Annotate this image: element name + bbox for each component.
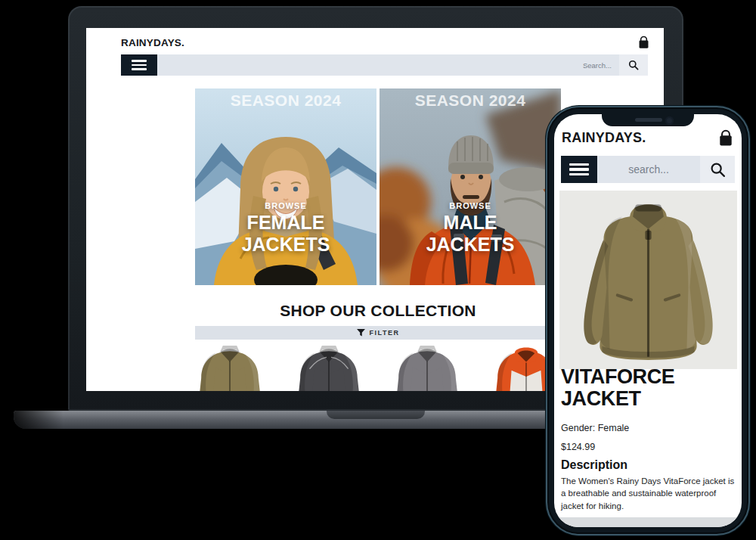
product-thumb-charcoal-softshell[interactable] — [294, 344, 364, 391]
magnifier-icon — [628, 60, 639, 70]
speaker-slot — [635, 118, 662, 122]
phone-navbar — [561, 156, 735, 183]
male-hiker-photo — [380, 88, 561, 285]
hamburger-icon — [132, 60, 147, 70]
hero-female-jackets[interactable]: SEASON 2024 BROWSE FEMALE JACKETS — [195, 88, 376, 285]
phone-notch — [602, 114, 694, 126]
product-gender: Gender: Female — [561, 423, 629, 433]
hero-banner: SEASON 2024 BROWSE FEMALE JACKETS — [195, 88, 561, 285]
laptop-site-header: RAINYDAYS. — [121, 33, 650, 52]
product-thumb-gray-jacket[interactable] — [392, 344, 462, 391]
description-heading: Description — [561, 458, 627, 472]
filter-label: FILTER — [370, 329, 400, 337]
hero-male-jackets[interactable]: SEASON 2024 BROWSE MALE JACKETS — [380, 88, 561, 285]
season-label: SEASON 2024 — [195, 92, 376, 110]
laptop-hinge-notch — [327, 411, 425, 419]
site-logo[interactable]: RAINYDAYS. — [562, 130, 646, 146]
magnifier-icon — [710, 162, 726, 178]
product-thumb-olive-fleece[interactable] — [195, 344, 265, 391]
search-button[interactable] — [619, 54, 648, 76]
product-grid — [195, 344, 561, 391]
female-hiker-photo — [195, 88, 376, 285]
description-text: The Women's Rainy Days VitaForce jacket … — [561, 475, 737, 512]
search-input[interactable] — [597, 156, 700, 183]
season-label: SEASON 2024 — [380, 92, 561, 110]
olive-fleece-jacket-photo — [571, 195, 726, 365]
menu-button[interactable] — [121, 54, 157, 76]
hamburger-icon — [569, 163, 589, 176]
shopping-bag-icon[interactable] — [637, 36, 650, 49]
phone-screen: RAINYDAYS. — [554, 114, 742, 527]
product-title: VITAFORCE JACKET — [561, 366, 723, 411]
product-price: $124.99 — [561, 442, 595, 452]
shopping-bag-icon[interactable] — [717, 129, 734, 147]
phone-site-header: RAINYDAYS. — [562, 129, 734, 147]
menu-button[interactable] — [561, 156, 597, 183]
mockup-stage: RAINYDAYS. — [0, 0, 756, 540]
browse-female-cta: BROWSE FEMALE JACKETS — [195, 201, 376, 256]
search-button[interactable] — [700, 156, 735, 183]
browse-male-cta: BROWSE MALE JACKETS — [380, 201, 561, 256]
phone-frame: RAINYDAYS. — [546, 106, 750, 535]
page-footer-strip — [554, 517, 742, 527]
laptop-navbar — [121, 54, 648, 76]
camera-dot — [665, 116, 674, 125]
product-image — [559, 191, 737, 369]
search-input[interactable] — [157, 54, 619, 76]
filter-button[interactable]: FILTER — [195, 326, 561, 340]
site-logo[interactable]: RAINYDAYS. — [121, 37, 184, 48]
funnel-icon — [357, 329, 365, 337]
collection-heading: SHOP OUR COLLECTION — [195, 302, 561, 320]
